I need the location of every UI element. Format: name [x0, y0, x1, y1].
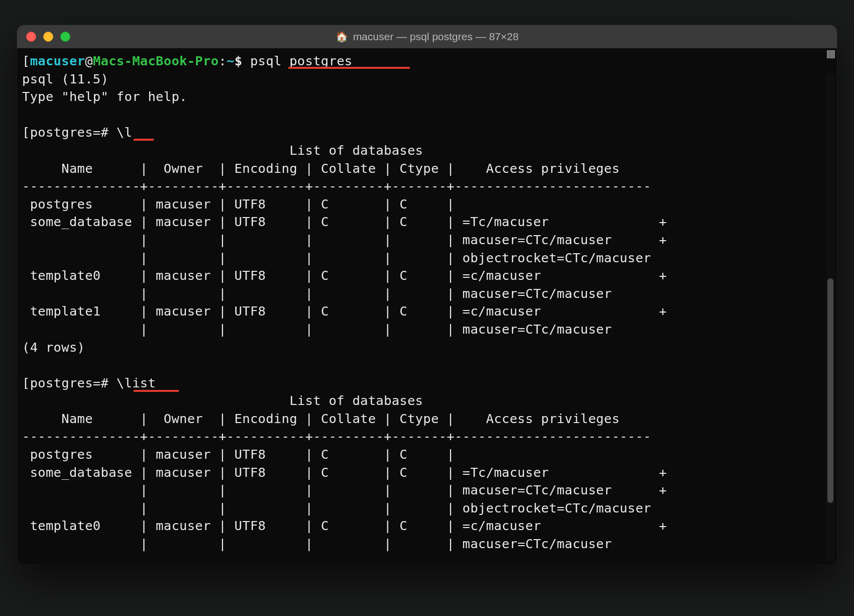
prompt-at: @: [85, 53, 93, 68]
table-row: some_database | macuser | UTF8 | C | C |…: [22, 465, 667, 480]
close-icon[interactable]: [26, 32, 36, 42]
table-row: template0 | macuser | UTF8 | C | C | =c/…: [22, 518, 667, 533]
scrollbar-thumb[interactable]: [827, 278, 833, 503]
bracket: [: [22, 125, 30, 140]
annotation-underline: [288, 67, 410, 69]
table-row: postgres | macuser | UTF8 | C | C |: [22, 447, 463, 462]
psql-prompt: postgres=#: [30, 375, 117, 390]
annotation-underline: [134, 390, 179, 392]
window-title: 🏠 macuser — psql postgres — 87×28: [17, 31, 837, 43]
window-controls: [26, 32, 70, 42]
table-row: | | | | | objectrocket=CTc/macuser: [22, 500, 651, 516]
table-row: template1 | macuser | UTF8 | C | C | =c/…: [22, 303, 667, 319]
psql-command-list: \list: [117, 375, 156, 390]
table-header: Name | Owner | Encoding | Collate | Ctyp…: [22, 411, 651, 426]
table-title: List of databases: [22, 393, 423, 408]
psql-version: psql (11.5): [22, 71, 109, 86]
table-row: some_database | macuser | UTF8 | C | C |…: [22, 214, 667, 229]
prompt-sep: :: [219, 53, 227, 68]
psql-help: Type "help" for help.: [22, 89, 187, 104]
psql-prompt: postgres=#: [30, 125, 117, 140]
terminal-body[interactable]: [macuser@Macs-MacBook-Pro:~$ psql postgr…: [17, 48, 837, 565]
table-row: | | | | | macuser=CTc/macuser: [22, 536, 612, 551]
table-row: postgres | macuser | UTF8 | C | C |: [22, 196, 463, 212]
table-row: | | | | | objectrocket=CTc/macuser: [22, 250, 651, 265]
titlebar: 🏠 macuser — psql postgres — 87×28: [17, 25, 837, 48]
table-row: | | | | | macuser=CTc/macuser: [22, 322, 612, 337]
table-rowcount: (4 rows): [22, 340, 85, 355]
bracket: [: [22, 53, 30, 68]
table-header: Name | Owner | Encoding | Collate | Ctyp…: [22, 161, 651, 176]
table-row: | | | | | macuser=CTc/macuser +: [22, 482, 667, 497]
scrollbar[interactable]: [826, 73, 835, 562]
psql-command-l: \l: [117, 125, 132, 140]
terminal-content[interactable]: [macuser@Macs-MacBook-Pro:~$ psql postgr…: [22, 52, 823, 563]
home-icon: 🏠: [336, 31, 348, 43]
terminal-window: 🏠 macuser — psql postgres — 87×28 [macus…: [17, 25, 837, 565]
shell-command: psql postgres: [250, 53, 352, 68]
prompt-path: ~: [227, 53, 235, 68]
annotation-underline: [134, 139, 154, 141]
window-title-text: macuser — psql postgres — 87×28: [353, 31, 519, 43]
minimize-icon[interactable]: [43, 32, 53, 42]
prompt-sigil: $: [235, 53, 250, 68]
table-row: | | | | | macuser=CTc/macuser: [22, 286, 612, 301]
table-row: | | | | | macuser=CTc/macuser +: [22, 232, 667, 247]
bracket: [: [22, 375, 30, 390]
table-row: template0 | macuser | UTF8 | C | C | =c/…: [22, 268, 667, 283]
zoom-icon[interactable]: [60, 32, 70, 42]
prompt-user: macuser: [30, 53, 85, 68]
table-divider: ---------------+---------+----------+---…: [22, 429, 651, 444]
table-divider: ---------------+---------+----------+---…: [22, 178, 651, 193]
prompt-host: Macs-MacBook-Pro: [93, 53, 219, 68]
scroll-corner-icon: [827, 50, 835, 58]
table-title: List of databases: [22, 143, 423, 158]
